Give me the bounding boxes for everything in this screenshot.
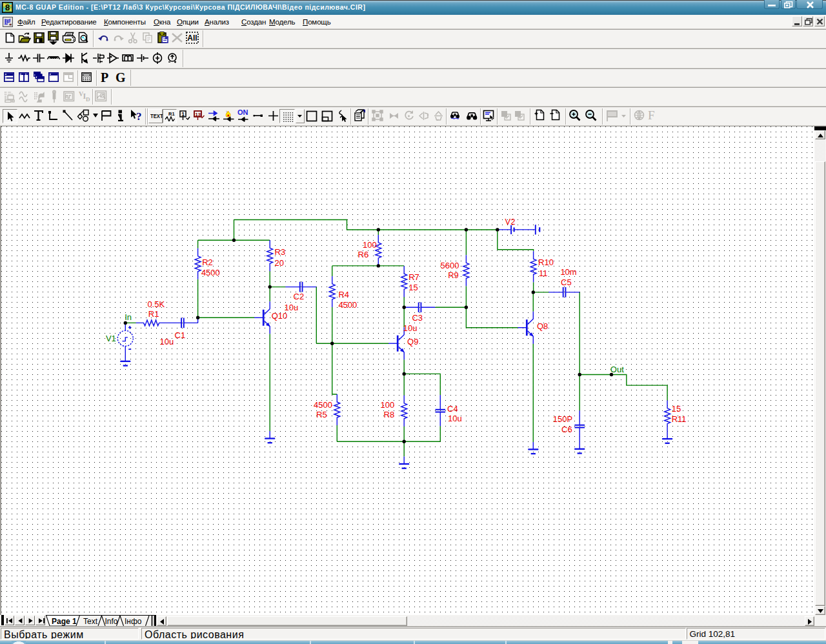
svg-text:C1: C1 (175, 330, 186, 340)
svg-text:?: ? (136, 110, 142, 122)
svg-text:In: In (125, 312, 132, 322)
svg-text:R3: R3 (275, 247, 286, 257)
svg-text:Text: Text (83, 617, 98, 626)
svg-text:V1: V1 (106, 334, 116, 343)
svg-text:D: D (86, 96, 90, 102)
svg-text:R9: R9 (448, 270, 459, 280)
svg-text:R8: R8 (384, 410, 395, 419)
svg-text:Q9: Q9 (407, 337, 418, 347)
svg-text:5600: 5600 (441, 261, 459, 270)
svg-text:ON: ON (237, 109, 248, 116)
svg-text:C5: C5 (561, 277, 572, 287)
svg-text:100: 100 (381, 400, 395, 410)
svg-text:C3: C3 (412, 313, 423, 323)
svg-text:R1: R1 (148, 309, 159, 319)
svg-text:11: 11 (539, 268, 548, 278)
svg-text:C4: C4 (447, 404, 458, 414)
svg-text:15: 15 (408, 283, 418, 292)
svg-text:R5: R5 (316, 410, 327, 419)
svg-text:R1: R1 (168, 111, 175, 117)
svg-text:4500: 4500 (314, 400, 332, 410)
svg-text:R2: R2 (202, 257, 213, 267)
svg-text:C6: C6 (561, 425, 572, 434)
svg-text:15: 15 (672, 404, 681, 414)
svg-text:Q8: Q8 (537, 321, 548, 331)
svg-text:10u: 10u (403, 323, 418, 333)
svg-text:C2: C2 (294, 292, 305, 301)
svg-text:Info: Info (105, 617, 118, 626)
svg-text:10u: 10u (160, 337, 174, 347)
svg-text:4500: 4500 (201, 268, 220, 277)
svg-text:20: 20 (275, 258, 284, 268)
svg-text:150P: 150P (553, 414, 572, 424)
svg-text:R6: R6 (358, 250, 369, 259)
svg-text:10u: 10u (448, 414, 462, 423)
svg-text:13: 13 (195, 112, 201, 117)
svg-text:R10: R10 (538, 257, 554, 267)
svg-text:Page 1: Page 1 (52, 617, 77, 626)
svg-text:10m: 10m (560, 267, 576, 277)
svg-text:R4: R4 (338, 290, 349, 299)
svg-text:R11: R11 (672, 414, 687, 424)
svg-text:Q10: Q10 (272, 311, 288, 321)
svg-text:100: 100 (363, 240, 377, 250)
svg-text:Out: Out (610, 365, 624, 374)
svg-text:4500: 4500 (338, 300, 357, 310)
svg-text:R7: R7 (408, 272, 419, 282)
svg-text:1: 1 (181, 111, 185, 117)
svg-text:Інфо: Інфо (125, 617, 142, 626)
svg-text:0.5K: 0.5K (147, 299, 165, 309)
svg-text:V2: V2 (505, 217, 516, 226)
svg-text:8: 8 (5, 3, 10, 12)
svg-text:All: All (187, 34, 197, 43)
